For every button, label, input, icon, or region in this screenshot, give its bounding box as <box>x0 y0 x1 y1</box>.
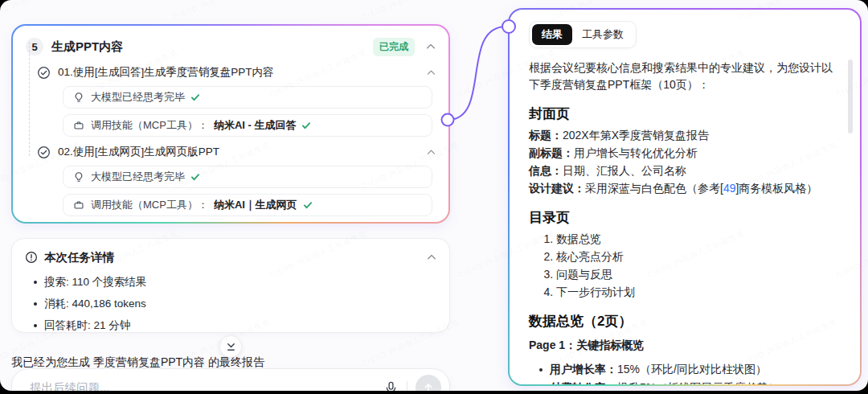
success-check-icon <box>301 121 311 130</box>
composer-divider <box>407 381 407 391</box>
metric-bullet: 付费转化率：提升5%（折线图展示季度趋势） <box>529 380 842 384</box>
result-intro: 根据会议纪要核心信息和搜索结果中的专业建议，为您设计以下季度营销复盘PPT框架（… <box>529 60 842 93</box>
think-status-text: 大模型已经思考完毕 <box>91 90 185 105</box>
info-icon <box>25 251 38 264</box>
skill-name: 纳米AI｜生成网页 <box>214 198 297 212</box>
toc-item: 数据总览 <box>556 231 842 248</box>
scroll-to-bottom-button[interactable] <box>219 335 242 358</box>
toc-item: 问题与反思 <box>556 266 842 283</box>
metric-value: 15%（环比/同比对比柱状图） <box>617 363 767 376</box>
check-circle-icon <box>37 66 51 80</box>
substep-2: 02.使用[生成网页]生成网页版PPT 大模型已经思考完毕 <box>26 144 436 216</box>
skill-call-label: 调用技能（MCP工具）： <box>91 198 208 212</box>
status-badge: 已完成 <box>373 38 415 56</box>
success-check-icon <box>303 200 313 210</box>
briefcase-icon <box>73 199 84 211</box>
chevron-up-icon[interactable] <box>427 252 436 262</box>
task-stat-tokens: 消耗: 440,186 tokens <box>25 293 436 314</box>
plan-title: 生成PPT内容 <box>51 39 373 55</box>
tab-result[interactable]: 结果 <box>532 24 572 45</box>
check-circle-icon <box>37 146 51 159</box>
skill-call-row: 调用技能（MCP工具）： 纳米AI｜生成网页 <box>63 194 432 216</box>
toc-list: 数据总览 核心亮点分析 问题与反思 下一步行动计划 <box>529 231 842 301</box>
skill-name: 纳米AI - 生成回答 <box>214 118 297 133</box>
field-label: 信息： <box>529 164 563 177</box>
toc-item: 核心亮点分析 <box>556 248 842 265</box>
microphone-icon[interactable] <box>383 380 399 392</box>
think-status-row: 大模型已经思考完毕 <box>63 166 432 188</box>
substep-1-title: 01.使用[生成回答]生成季度营销复盘PPT内容 <box>58 65 427 80</box>
cover-line-title: 标题：202X年第X季度营销复盘报告 <box>529 127 842 144</box>
app-window: 5 生成PPT内容 已完成 01.使用[生成回答]生成季度营销复盘PPT内容 <box>0 0 868 391</box>
lightbulb-icon <box>73 92 84 103</box>
success-check-icon <box>190 92 200 102</box>
field-label: 设计建议： <box>529 182 585 195</box>
field-value: 采用深蓝与白色配色（参考[ <box>585 182 723 195</box>
section-heading-data-overview: 数据总览（2页） <box>529 313 842 330</box>
task-stat-search: 搜索: 110 个搜索结果 <box>25 271 436 293</box>
metric-label: 付费转化率： <box>550 381 617 384</box>
field-label: 标题： <box>529 129 563 142</box>
skill-call-label: 调用技能（MCP工具）： <box>91 118 208 133</box>
metric-label: 用户增长率： <box>550 363 617 376</box>
result-tabs: 结果 工具参数 <box>529 21 637 48</box>
think-status-text: 大模型已经思考完毕 <box>91 170 185 184</box>
substep-1: 01.使用[生成回答]生成季度营销复盘PPT内容 大模型已经思考完毕 <box>26 64 436 137</box>
metric-value: 提升5%（折线图展示季度趋势） <box>617 381 780 384</box>
metric-bullet: 用户增长率：15%（环比/同比对比柱状图） <box>529 361 842 378</box>
success-check-icon <box>190 172 200 182</box>
field-label: 副标题： <box>529 146 574 159</box>
substep-1-header[interactable]: 01.使用[生成回答]生成季度营销复盘PPT内容 <box>37 64 436 80</box>
followup-input[interactable] <box>30 381 383 391</box>
task-details-header[interactable]: 本次任务详情 <box>25 249 436 265</box>
scrollbar-thumb[interactable] <box>848 60 853 133</box>
ai-watermark: Cr6tID 内容由人工智能生成 <box>171 0 272 23</box>
tab-tool-params[interactable]: 工具参数 <box>572 24 633 45</box>
result-panel: 结果 工具参数 根据会议纪要核心信息和搜索结果中的专业建议，为您设计以下季度营销… <box>508 8 862 386</box>
section-heading-cover: 封面页 <box>529 105 842 122</box>
plan-card-header[interactable]: 5 生成PPT内容 已完成 <box>26 37 436 56</box>
section-heading-toc: 目录页 <box>529 209 842 226</box>
task-details-title: 本次任务详情 <box>44 250 427 265</box>
cover-line-subtitle: 副标题：用户增长与转化优化分析 <box>529 145 842 162</box>
field-value: 202X年第X季度营销复盘报告 <box>563 129 709 142</box>
scroll-to-bottom-icon <box>226 342 236 352</box>
toc-item: 下一步行动计划 <box>556 284 842 301</box>
substep-2-title: 02.使用[生成网页]生成网页版PPT <box>58 145 427 159</box>
skill-call-row: 调用技能（MCP工具）： 纳米AI - 生成回答 <box>63 114 432 137</box>
reference-link[interactable]: 49 <box>723 182 736 195</box>
cover-line-design: 设计建议：采用深蓝与白色配色（参考[49]商务模板风格） <box>529 180 842 197</box>
task-stat-duration: 回答耗时: 21 分钟 <box>25 314 436 336</box>
plan-card: 5 生成PPT内容 已完成 01.使用[生成回答]生成季度营销复盘PPT内容 <box>11 24 450 224</box>
ai-watermark: Cr6tID 内容由人工智能生成 <box>360 0 461 23</box>
lightbulb-icon <box>73 171 84 183</box>
chevron-up-icon[interactable] <box>427 148 436 157</box>
chevron-up-icon[interactable] <box>427 68 436 77</box>
substep-2-header[interactable]: 02.使用[生成网页]生成网页版PPT <box>37 144 436 160</box>
ai-watermark: Cr6tID 内容由人工智能生成 <box>0 0 84 23</box>
briefcase-icon <box>73 120 84 131</box>
cover-line-info: 信息：日期、汇报人、公司名称 <box>529 162 842 179</box>
send-button[interactable] <box>416 375 441 391</box>
field-value: ]商务模板风格） <box>735 182 817 195</box>
composer <box>11 368 450 391</box>
field-value: 用户增长与转化优化分析 <box>574 146 698 159</box>
result-content: 根据会议纪要核心信息和搜索结果中的专业建议，为您设计以下季度营销复盘PPT框架（… <box>529 60 842 384</box>
field-value: 日期、汇报人、公司名称 <box>563 164 686 177</box>
task-details-card: 本次任务详情 搜索: 110 个搜索结果 消耗: 440,186 tokens … <box>11 238 450 333</box>
chevron-up-icon[interactable] <box>426 42 436 51</box>
page1-heading: Page 1：关键指标概览 <box>529 337 842 354</box>
think-status-row: 大模型已经思考完毕 <box>63 86 432 109</box>
